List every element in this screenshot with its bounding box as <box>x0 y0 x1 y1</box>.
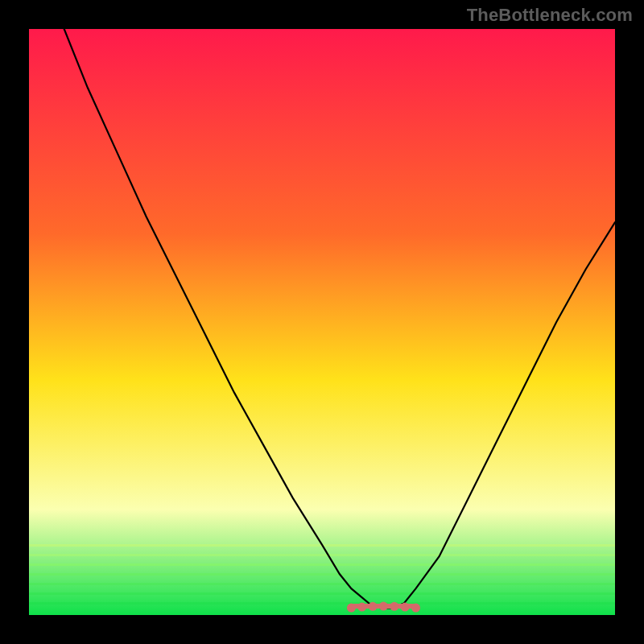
watermark-text: TheBottleneck.com <box>467 5 633 26</box>
plot-svg <box>29 29 615 615</box>
svg-point-8 <box>357 603 366 612</box>
svg-rect-3 <box>29 573 615 576</box>
svg-point-13 <box>411 604 420 613</box>
svg-rect-5 <box>29 592 615 595</box>
svg-point-10 <box>379 602 388 611</box>
svg-point-7 <box>347 604 356 613</box>
svg-rect-6 <box>29 602 615 605</box>
svg-point-9 <box>369 602 378 611</box>
svg-point-11 <box>390 602 398 611</box>
plot-area <box>29 29 615 615</box>
svg-point-12 <box>401 603 410 612</box>
chart-frame: TheBottleneck.com <box>0 0 644 644</box>
gradient-background <box>29 29 615 615</box>
svg-rect-1 <box>29 554 615 556</box>
svg-rect-4 <box>29 583 615 585</box>
svg-rect-2 <box>29 564 615 566</box>
